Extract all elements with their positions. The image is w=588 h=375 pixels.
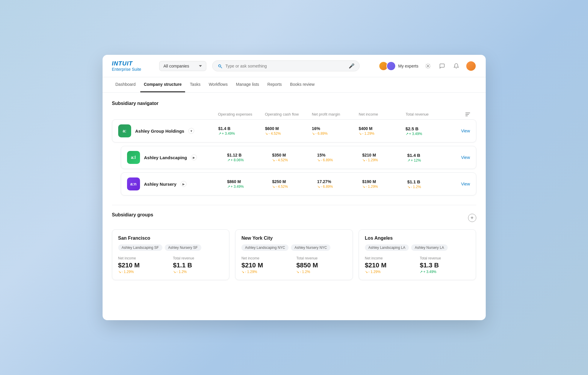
header-actions: My experts <box>379 61 476 71</box>
group-net-income-change-value-la: - 1.29% <box>368 270 381 274</box>
header: INTUIT Enterprise Suite All companies 🎤 … <box>103 55 486 77</box>
filter-line-1 <box>465 113 470 113</box>
company-info-ashley-nursery: a:n Ashley Nursery ▶ <box>127 177 227 190</box>
children-container: a:l Ashley Landscaping ▶ $1.12 B + 8.06%… <box>112 146 476 195</box>
group-tag-sf-2[interactable]: Ashley Nursery SF <box>165 244 201 251</box>
arrow-down-la-1 <box>365 270 368 274</box>
settings-button[interactable] <box>423 61 433 71</box>
total-revenue-change: + 3.49% <box>406 132 452 136</box>
chat-button[interactable] <box>437 61 447 71</box>
search-input[interactable] <box>225 64 346 68</box>
tab-company-structure[interactable]: Company structure <box>140 77 185 92</box>
company-name-ashley-landscaping: Ashley Landscaping <box>144 155 187 160</box>
net-margin-value: 16% <box>312 126 359 131</box>
table-row: a:l Ashley Landscaping ▶ $1.12 B + 8.06%… <box>121 146 476 169</box>
group-total-revenue-la: Total revenue $1.3 B + 3.49% <box>420 256 470 274</box>
notifications-button[interactable] <box>452 61 461 71</box>
filter-button[interactable] <box>452 112 470 116</box>
group-net-income-change-la: - 1.29% <box>365 270 415 274</box>
op-cashflow-nursery: $250 M - 4.52% <box>272 179 317 189</box>
user-avatar[interactable] <box>466 61 476 71</box>
group-tag-la-2[interactable]: Ashley Nursery LA <box>411 244 447 251</box>
group-total-revenue-change-value-sf: - 1.2% <box>177 270 187 274</box>
op-expenses-change-n: + 3.49% <box>227 185 272 189</box>
company-logo-ashley-nursery: a:n <box>127 177 140 190</box>
subsidiary-navigator-title: Subsidiary navigator <box>112 101 476 106</box>
col-header-company <box>118 112 218 116</box>
table-header: Operating expenses Operating cash flow N… <box>112 112 476 119</box>
group-total-revenue-label-la: Total revenue <box>420 256 470 260</box>
groups-grid: San Francisco Ashley Landscaping SF Ashl… <box>112 229 476 280</box>
arrow-down-icon-3 <box>359 131 362 136</box>
expand-ashley-landscaping-button[interactable]: ▶ <box>191 154 197 160</box>
total-revenue-change-n: - 1.2% <box>407 185 452 189</box>
expand-ashley-nursery-button[interactable]: ▶ <box>181 181 187 187</box>
group-net-income-label-nyc: Net income <box>241 256 291 260</box>
group-total-revenue-change-la: + 3.49% <box>420 270 470 274</box>
net-margin-value-l: 15% <box>317 153 362 157</box>
group-net-income-change-value-sf: - 1.29% <box>122 270 134 274</box>
group-net-income-label-la: Net income <box>365 256 415 260</box>
arrow-down-icon-2 <box>312 131 315 136</box>
group-tag-nyc-2[interactable]: Ashley Nursery NYC <box>291 244 330 251</box>
total-revenue-value-l: $1.4 B <box>407 153 452 158</box>
group-card-nyc: New York City Ashley Landscaping NYC Ash… <box>235 229 353 280</box>
net-income-ashley-group: $400 M - 1.29% <box>359 126 406 136</box>
tab-reports[interactable]: Reports <box>264 77 285 92</box>
tab-books-review[interactable]: Books review <box>286 77 318 92</box>
arrow-down-sf-2 <box>173 270 176 274</box>
op-expenses-change-l: + 8.06% <box>227 158 272 162</box>
chevron-down-icon <box>199 65 202 67</box>
tab-manage-lists[interactable]: Manage lists <box>232 77 263 92</box>
view-ashley-landscaping-button[interactable]: View <box>452 155 470 160</box>
op-cashflow-change: - 4.52% <box>265 131 312 136</box>
search-bar[interactable]: 🎤 <box>212 60 360 71</box>
group-city-la: Los Angeles <box>365 236 470 241</box>
avatars <box>379 61 396 71</box>
arrow-up-la <box>420 270 423 274</box>
total-revenue-change-value-l: + 12% <box>411 158 421 162</box>
op-cashflow-change-value-l: - 4.52% <box>276 158 288 162</box>
tab-tasks[interactable]: Tasks <box>186 77 204 92</box>
expand-ashley-group-button[interactable]: ▼ <box>188 128 194 134</box>
net-income-value-n: $190 M <box>362 179 407 184</box>
col-header-net-margin: Net profit margin <box>312 112 359 116</box>
add-group-button[interactable]: + <box>468 214 476 222</box>
group-tag-sf-1[interactable]: Ashley Landscaping SF <box>118 244 162 251</box>
company-logo-ashley-group: a: <box>118 124 131 137</box>
total-revenue-change-l: + 12% <box>407 158 452 162</box>
net-margin-change-n: - 6.89% <box>317 185 362 189</box>
total-revenue-change-value-n: - 1.2% <box>411 185 421 189</box>
company-selector[interactable]: All companies <box>159 61 206 71</box>
op-cashflow-change-value-n: - 4.52% <box>276 185 288 189</box>
arrow-down-icon-n2 <box>317 185 320 189</box>
experts-label: My experts <box>398 64 418 68</box>
group-tag-la-1[interactable]: Ashley Landscaping LA <box>365 244 409 251</box>
group-total-revenue-change-value-la: + 3.49% <box>423 270 436 274</box>
arrow-down-nyc-2 <box>296 270 299 274</box>
total-revenue-ashley-group: $2.5 B + 3.49% <box>406 126 452 136</box>
op-expenses-ashley-group: $1.4 B + 3.49% <box>218 126 265 136</box>
op-cashflow-ashley-group: $600 M - 4.52% <box>265 126 312 136</box>
tab-dashboard[interactable]: Dashboard <box>112 77 139 92</box>
group-metrics-nyc: Net income $210 M - 1.29% Total revenue … <box>241 256 347 274</box>
arrow-up-icon-n <box>227 185 230 189</box>
group-total-revenue-change-nyc: - 1.2% <box>296 270 346 274</box>
tab-workflows[interactable]: Workflows <box>205 77 231 92</box>
net-income-change-value-l: - 1.29% <box>366 158 378 162</box>
net-income-value-l: $210 M <box>362 153 407 157</box>
company-logo-ashley-landscaping: a:l <box>127 151 140 164</box>
group-tag-nyc-1[interactable]: Ashley Landscaping NYC <box>241 244 289 251</box>
total-revenue-nursery: $1.1 B - 1.2% <box>407 179 452 189</box>
op-expenses-landscaping: $1.12 B + 8.06% <box>227 153 272 162</box>
view-ashley-nursery-button[interactable]: View <box>452 182 470 186</box>
company-selector-text: All companies <box>164 64 197 68</box>
group-net-income-label-sf: Net income <box>118 256 168 260</box>
mic-icon[interactable]: 🎤 <box>349 63 355 69</box>
logo-intuit: INTUIT <box>112 60 153 67</box>
op-cashflow-change-value: - 4.52% <box>269 131 281 136</box>
net-margin-ashley-group: 16% - 6.89% <box>312 126 359 136</box>
view-ashley-group-button[interactable]: View <box>452 129 470 133</box>
net-margin-change: - 6.89% <box>312 131 359 136</box>
total-revenue-value-n: $1.1 B <box>407 179 452 184</box>
